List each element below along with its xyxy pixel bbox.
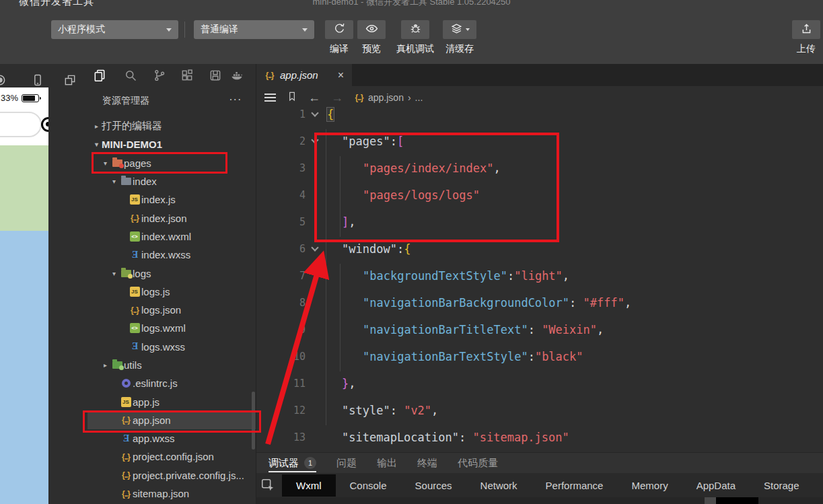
tree-item-sitemap.json[interactable]: {..}sitemap.json — [87, 484, 256, 503]
devtools-tab-sources[interactable]: Sources — [401, 474, 466, 497]
inspect-element-icon[interactable] — [260, 476, 275, 494]
code-line-4[interactable]: 4"pages/logs/logs" — [256, 182, 823, 209]
tree-item-project.private.config.js...[interactable]: {..}project.private.config.js... — [87, 466, 256, 484]
code-line-5[interactable]: 5], — [256, 209, 823, 236]
devtools-tab-performance[interactable]: Performance — [532, 474, 618, 497]
search-icon[interactable] — [124, 69, 137, 85]
devtools-tab-memory[interactable]: Memory — [617, 474, 682, 497]
devtools-tab-storage[interactable]: Storage — [750, 474, 814, 497]
code-text: "sitemapLocation": "sitemap.json" — [327, 431, 569, 444]
line-number: 2 — [256, 135, 306, 147]
code-text: "navigationBarBackgroundColor": "#fff", — [327, 296, 631, 310]
compile-button-label[interactable]: 编译 — [325, 43, 353, 55]
mode-dropdown[interactable]: 小程序模式 — [51, 20, 178, 39]
tree-item-label: logs — [133, 268, 151, 279]
preview-button-label[interactable]: 预览 — [357, 43, 386, 55]
tab-app-json[interactable]: {..} app.json × — [256, 64, 352, 86]
docker-whale-icon[interactable] — [230, 69, 244, 85]
preview-button[interactable] — [357, 20, 386, 39]
panel-tab-终端[interactable]: 终端 — [417, 453, 437, 473]
fold-chevron-icon[interactable] — [311, 109, 318, 116]
tree-down-arrow-icon[interactable]: ▾ — [100, 159, 110, 167]
tree-item-logs.json[interactable]: {..}logs.json — [87, 301, 256, 319]
upload-button-label[interactable]: 上传 — [792, 43, 820, 55]
code-text: "navigationBarTitleText": "Weixin", — [327, 323, 604, 336]
tree-item-MINI-DEMO1[interactable]: ▾MINI-DEMO1 — [87, 135, 256, 153]
upload-button[interactable] — [792, 20, 820, 39]
line-number: 5 — [256, 216, 306, 228]
compile-button[interactable] — [325, 20, 353, 39]
tree-item-index.wxml[interactable]: <>index.wxml — [87, 227, 256, 246]
tree-item-index.js[interactable]: JSindex.js — [87, 190, 256, 209]
git-branch-icon[interactable] — [153, 69, 166, 85]
tree-item-pages[interactable]: ▾pages — [87, 154, 256, 172]
devtools-tab-appdata[interactable]: AppData — [682, 474, 750, 497]
tree-item-[interactable]: ▸打开的编辑器 — [87, 117, 256, 135]
badge-count: 1 — [304, 457, 316, 469]
code-line-8[interactable]: 8"navigationBarBackgroundColor": "#fff", — [256, 289, 823, 316]
tree-item-logs[interactable]: ▾logs — [87, 264, 256, 282]
tree-item-index.json[interactable]: {..}index.json — [87, 209, 256, 227]
close-icon[interactable]: × — [338, 69, 344, 81]
code-text: { — [327, 108, 334, 121]
code-line-7[interactable]: 7"backgroundTextStyle":"light", — [256, 262, 823, 289]
extensions-icon[interactable] — [180, 69, 194, 85]
code-editor[interactable]: 1{2"pages":[3"pages/index/index",4"pages… — [256, 105, 823, 452]
tree-down-arrow-icon[interactable]: ▾ — [92, 141, 102, 148]
capsule-close-icon[interactable] — [41, 117, 48, 132]
tree-item-index.wxss[interactable]: Eindex.wxss — [87, 246, 256, 264]
tree-item-utils[interactable]: ▸utils — [87, 356, 256, 374]
code-line-13[interactable]: 13"sitemapLocation": "sitemap.json" — [256, 424, 823, 451]
code-line-10[interactable]: 10"navigationBarTextStyle":"black" — [256, 343, 823, 370]
panel-tab-代码质量[interactable]: 代码质量 — [458, 453, 498, 473]
tree-item-label: MINI-DEMO1 — [102, 139, 162, 150]
tree-item-label: app.json — [133, 415, 171, 426]
npm-panel-icon[interactable] — [209, 69, 222, 85]
json-file-icon: {..} — [264, 70, 275, 80]
tree-item-.eslintrc.js[interactable]: .eslintrc.js — [87, 374, 256, 392]
more-actions-icon[interactable]: ... — [229, 91, 242, 103]
panel-tab-调试器[interactable]: 调试器1 — [269, 453, 316, 473]
devtools-tab-console[interactable]: Console — [336, 474, 401, 497]
code-text: "pages/index/index", — [327, 161, 501, 175]
code-line-6[interactable]: 6"window":{ — [256, 236, 823, 262]
tree-item-logs.wxml[interactable]: <>logs.wxml — [87, 319, 256, 337]
panel-tab-问题[interactable]: 问题 — [336, 453, 357, 473]
code-line-1[interactable]: 1{ — [256, 101, 823, 128]
fold-chevron-icon[interactable] — [311, 136, 318, 143]
fold-chevron-icon[interactable] — [311, 244, 318, 251]
tree-item-app.wxss[interactable]: Eapp.wxss — [87, 429, 256, 447]
explorer-scrollbar[interactable] — [252, 392, 255, 449]
wxml-tree-row[interactable]: ▼<view class="container" > — [256, 497, 823, 504]
tree-item-logs.js[interactable]: JSlogs.js — [87, 283, 256, 301]
layers-icon — [450, 22, 463, 38]
tree-item-logs.wxss[interactable]: Elogs.wxss — [87, 338, 256, 356]
tree-right-arrow-icon[interactable]: ▸ — [92, 122, 102, 130]
device-debug-button[interactable] — [401, 20, 429, 39]
tree-item-project.config.json[interactable]: {..}project.config.json — [87, 447, 256, 466]
panel-tab-label: 调试器 — [269, 457, 299, 470]
code-line-9[interactable]: 9"navigationBarTitleText": "Weixin", — [256, 316, 823, 343]
tree-item-index[interactable]: ▾index — [87, 172, 256, 190]
code-line-11[interactable]: 11}, — [256, 370, 823, 397]
devtools-tab-network[interactable]: Network — [466, 474, 532, 497]
compile-mode-dropdown[interactable]: 普通编译 — [194, 20, 314, 39]
files-icon[interactable] — [93, 69, 106, 85]
tree-right-arrow-icon[interactable]: ▸ — [100, 361, 110, 369]
devtools-tab-security[interactable]: Security — [814, 474, 823, 497]
chevron-down-icon — [466, 28, 470, 31]
battery-percent: 33% — [1, 93, 18, 103]
tree-down-arrow-icon[interactable]: ▾ — [109, 270, 119, 277]
tree-item-app.js[interactable]: JSapp.js — [87, 392, 256, 410]
clear-cache-button-label[interactable]: 清缓存 — [443, 43, 476, 55]
clear-cache-button[interactable] — [443, 20, 476, 39]
code-line-3[interactable]: 3"pages/index/index", — [256, 155, 823, 182]
tree-item-app.json[interactable]: {..}app.json — [87, 411, 256, 429]
devtools-tab-wxml[interactable]: Wxml — [282, 474, 336, 497]
tree-down-arrow-icon[interactable]: ▾ — [109, 178, 119, 185]
code-line-2[interactable]: 2"pages":[ — [256, 128, 823, 155]
tree-item-label: index — [133, 176, 157, 187]
panel-tab-输出[interactable]: 输出 — [377, 453, 397, 473]
code-line-12[interactable]: 12"style": "v2", — [256, 397, 823, 424]
device-debug-button-label[interactable]: 真机调试 — [392, 43, 438, 55]
